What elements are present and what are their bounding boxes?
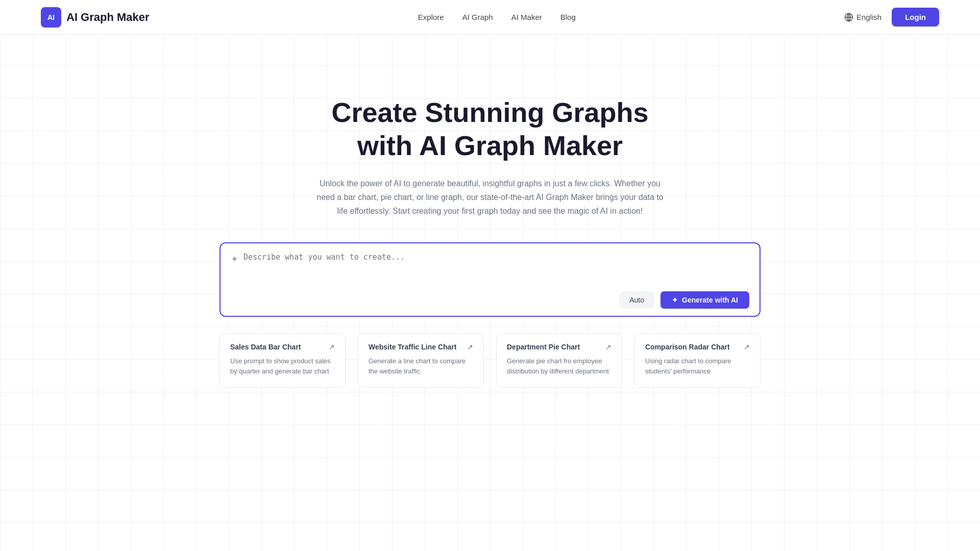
card-header-0: Sales Data Bar Chart ↗ <box>230 343 335 351</box>
prompt-container: ✦ Auto ✦ Generate with AI <box>219 242 761 317</box>
card-header-1: Website Traffic Line Chart ↗ <box>369 343 473 351</box>
logo-text: AI Graph Maker <box>66 11 150 24</box>
nav-link-blog[interactable]: Blog <box>560 13 576 21</box>
prompt-input-row: ✦ <box>231 253 749 283</box>
prompt-input[interactable] <box>243 253 749 283</box>
example-card-3[interactable]: Comparison Radar Chart ↗ Using radar cha… <box>634 333 761 388</box>
card-arrow-3: ↗ <box>744 343 750 351</box>
nav-link-explore[interactable]: Explore <box>418 13 444 21</box>
nav-right: English Login <box>844 8 939 27</box>
language-label: English <box>856 13 881 21</box>
card-arrow-2: ↗ <box>605 343 611 351</box>
card-title-2: Department Pie Chart <box>507 343 580 351</box>
nav-links: Explore AI Graph AI Maker Blog <box>418 13 576 21</box>
example-card-1[interactable]: Website Traffic Line Chart ↗ Generate a … <box>358 333 484 388</box>
card-header-3: Comparison Radar Chart ↗ <box>645 343 750 351</box>
card-arrow-0: ↗ <box>329 343 335 351</box>
card-desc-1: Generate a line chart to compare the web… <box>369 356 473 376</box>
card-desc-2: Generate pie chart fro employee distribu… <box>507 356 611 376</box>
card-header-2: Department Pie Chart ↗ <box>507 343 611 351</box>
nav-link-ai-graph[interactable]: AI Graph <box>462 13 493 21</box>
example-card-2[interactable]: Department Pie Chart ↗ Generate pie char… <box>496 333 622 388</box>
logo[interactable]: AI AI Graph Maker <box>41 7 150 28</box>
card-desc-3: Using radar chart to compare students' p… <box>645 356 750 376</box>
globe-icon <box>844 13 853 22</box>
hero-subtitle: Unlock the power of AI to generate beaut… <box>316 177 664 218</box>
card-arrow-1: ↗ <box>467 343 473 351</box>
login-button[interactable]: Login <box>892 8 939 27</box>
hero-title: Create Stunning Graphs with AI Graph Mak… <box>331 96 648 162</box>
main-content: Create Stunning Graphs with AI Graph Mak… <box>0 35 980 388</box>
sparkle-icon: ✦ <box>231 254 238 265</box>
example-card-0[interactable]: Sales Data Bar Chart ↗ Use prompt to sho… <box>219 333 346 388</box>
nav-link-ai-maker[interactable]: AI Maker <box>511 13 542 21</box>
generate-button[interactable]: ✦ Generate with AI <box>660 291 749 309</box>
card-title-3: Comparison Radar Chart <box>645 343 730 351</box>
prompt-footer: Auto ✦ Generate with AI <box>231 291 749 309</box>
card-desc-0: Use prompt to show product sales by quar… <box>230 356 335 376</box>
cards-row: Sales Data Bar Chart ↗ Use prompt to sho… <box>219 333 761 388</box>
navbar: AI AI Graph Maker Explore AI Graph AI Ma… <box>0 0 980 35</box>
language-selector[interactable]: English <box>844 13 881 22</box>
card-title-0: Sales Data Bar Chart <box>230 343 301 351</box>
generate-sparkle-icon: ✦ <box>672 296 678 304</box>
auto-button[interactable]: Auto <box>619 291 654 309</box>
card-title-1: Website Traffic Line Chart <box>369 343 456 351</box>
logo-icon: AI <box>41 7 61 28</box>
